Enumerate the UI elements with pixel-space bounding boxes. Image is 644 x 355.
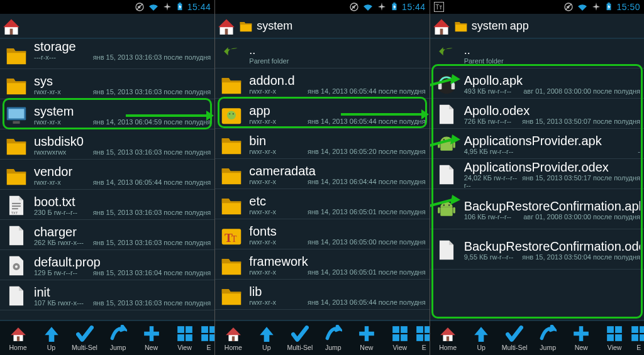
file-row[interactable]: fonts rwxr-xr-x янв 14, 2013 06:05:00 по… xyxy=(215,219,429,249)
mon-icon xyxy=(4,102,29,128)
breadcrumb[interactable]: app xyxy=(510,19,529,33)
nav-home[interactable]: Home xyxy=(1,325,35,351)
file-icon xyxy=(4,283,29,309)
file-row[interactable]: init 107 КБ rwxr-x--- янв 15, 2013 03:16… xyxy=(0,280,214,310)
nav-up[interactable]: Up xyxy=(35,325,68,351)
breadcrumb[interactable]: system xyxy=(453,19,508,33)
file-perm: 106 КБ rw-r--r-- xyxy=(464,213,511,221)
file-row[interactable]: BackupRestoreConfirmation.odex 9,55 КБ r… xyxy=(430,229,644,270)
file-row[interactable]: app rwxr-xr-x янв 14, 2013 06:05:44 посл… xyxy=(215,99,429,129)
file-icon xyxy=(4,223,29,248)
nav-label: Up xyxy=(477,344,485,351)
home-icon[interactable] xyxy=(3,17,20,35)
file-name: Apollo.apk xyxy=(464,74,640,87)
file-row[interactable]: cameradata rwxr-xr-x янв 14, 2013 06:04:… xyxy=(215,159,429,189)
home-icon[interactable] xyxy=(218,17,235,35)
file-row[interactable]: addon.d rwxr-xr-x янв 14, 2013 06:05:44 … xyxy=(215,68,429,99)
path-bar[interactable] xyxy=(0,14,214,39)
file-icon xyxy=(434,102,459,127)
file-row[interactable]: boot.txt 230 Б rw-r--r-- янв 15, 2013 03… xyxy=(0,190,214,220)
nav-new[interactable]: New xyxy=(135,325,168,351)
file-row[interactable]: ApplicationsProvider.odex 24,02 КБ rw-r-… xyxy=(430,159,644,189)
file-row[interactable]: charger 262 КБ rwxr-x--- янв 15, 2013 03… xyxy=(0,220,214,250)
font-icon xyxy=(219,222,244,248)
nav-label: E xyxy=(422,344,426,351)
nav-new[interactable]: New xyxy=(565,325,598,351)
nav-jump[interactable]: Jump xyxy=(531,325,565,351)
file-perm: ---r-x--- xyxy=(34,53,56,61)
folder-icon xyxy=(219,162,244,187)
file-row[interactable]: sys rwxr-xr-x янв 15, 2013 03:16:03 посл… xyxy=(0,69,214,99)
clock: 15:50 xyxy=(616,2,640,12)
nav-label: E xyxy=(206,344,211,351)
breadcrumb[interactable]: system xyxy=(238,19,292,33)
nav-up[interactable]: Up xyxy=(250,325,283,351)
file-date: янв 15, 2013 03:16:04 после полудня xyxy=(93,269,211,276)
file-row[interactable]: lib rwxr-xr-x янв 14, 2013 06:05:44 посл… xyxy=(215,280,429,310)
file-perm: 493 КБ rw-r--r-- xyxy=(464,87,511,95)
nav-jump[interactable]: Jump xyxy=(101,325,135,351)
nav-label: Home xyxy=(439,344,457,351)
file-date: янв 14, 2013 06:05:20 после полудня xyxy=(308,148,426,155)
file-perm: rwxr-xr-x xyxy=(249,178,276,185)
apk-icon xyxy=(219,102,244,127)
file-row[interactable]: vendor rwxr-xr-x янв 14, 2013 06:05:44 п… xyxy=(0,160,214,190)
file-name: cameradata xyxy=(249,164,425,178)
folder-icon xyxy=(4,133,29,158)
file-name: storage xyxy=(34,40,211,53)
nav-up[interactable]: Up xyxy=(465,325,498,351)
path-bar[interactable]: system xyxy=(215,14,429,39)
file-row[interactable]: storage ---r-x--- янв 15, 2013 03:16:03 … xyxy=(0,39,214,69)
nav-view[interactable]: View xyxy=(383,325,416,351)
nav-multi[interactable]: Multi-Sel xyxy=(283,325,316,351)
file-row[interactable]: usbdisk0 rwxrwxrwx янв 15, 2013 03:16:03… xyxy=(0,129,214,160)
nav-home[interactable]: Home xyxy=(216,325,250,351)
nav-view[interactable]: View xyxy=(598,325,631,351)
file-row[interactable]: default.prop 129 Б rw-r--r-- янв 15, 201… xyxy=(0,250,214,280)
home-icon[interactable] xyxy=(433,17,450,35)
file-date: янв 14, 2013 06:04:44 после полудня xyxy=(308,178,426,185)
nav-label: View xyxy=(393,344,408,351)
file-row[interactable]: Apollo.odex 726 КБ rw-r--r-- янв 15, 201… xyxy=(430,99,644,129)
nav-home[interactable]: Home xyxy=(431,325,465,351)
head-icon xyxy=(434,72,459,97)
nav-multi[interactable]: Multi-Sel xyxy=(498,325,531,351)
droid-icon xyxy=(434,132,459,157)
file-date: - xyxy=(638,148,640,155)
bottom-nav: HomeUpMulti-SelJumpNewViewE xyxy=(430,320,644,355)
bottom-nav: HomeUpMulti-SelJumpNewViewE xyxy=(0,320,214,355)
file-perm: rwxr-xr-x xyxy=(249,148,276,155)
back-icon xyxy=(219,41,244,67)
nav-label: View xyxy=(177,344,192,351)
nav-new[interactable]: New xyxy=(350,325,383,351)
nav-multi[interactable]: Multi-Sel xyxy=(68,325,101,351)
parent-folder[interactable]: ..Parent folder xyxy=(430,39,644,68)
file-name: BackupRestoreConfirmation.apk xyxy=(464,199,640,213)
file-row[interactable]: etc rwxr-xr-x янв 14, 2013 06:05:01 посл… xyxy=(215,189,429,219)
nav-label: New xyxy=(575,344,588,351)
back-icon xyxy=(434,41,459,67)
file-row[interactable]: ApplicationsProvider.apk 4,95 КБ rw-r--r… xyxy=(430,129,644,159)
file-date: янв 15, 2013 03:16:03 после полудня xyxy=(93,239,211,246)
nav-label: Multi-Sel xyxy=(502,344,528,351)
file-name: app xyxy=(249,104,425,117)
nav-label: Up xyxy=(262,344,270,351)
nav-jump[interactable]: Jump xyxy=(316,325,350,351)
file-row[interactable]: Apollo.apk 493 КБ rw-r--r-- авг 01, 2008… xyxy=(430,68,644,99)
file-perm: 4,95 КБ rw-r--r-- xyxy=(464,148,513,155)
file-date: янв 14, 2013 06:05:44 после полудня xyxy=(308,117,426,125)
file-row[interactable]: system rwxr-xr-x янв 14, 2013 06:04:59 п… xyxy=(0,99,214,129)
file-name: boot.txt xyxy=(34,195,211,209)
parent-folder[interactable]: ..Parent folder xyxy=(215,39,429,68)
file-row[interactable]: framework rwxr-xr-x янв 14, 2013 06:05:0… xyxy=(215,249,429,280)
file-row[interactable]: BackupRestoreConfirmation.apk 106 КБ rw-… xyxy=(430,189,644,229)
file-list: storage ---r-x--- янв 15, 2013 03:16:03 … xyxy=(0,39,214,320)
folder-icon xyxy=(219,192,244,217)
file-row[interactable]: bin rwxr-xr-x янв 14, 2013 06:05:20 посл… xyxy=(215,129,429,159)
path-bar[interactable]: systemapp xyxy=(430,14,644,39)
nav-more[interactable]: E xyxy=(631,325,644,351)
file-date: янв 15, 2013 03:16:03 после полудня xyxy=(93,53,211,61)
nav-view[interactable]: View xyxy=(168,325,201,351)
nav-label: Jump xyxy=(540,344,556,351)
status-bar: 15:44 xyxy=(215,0,429,14)
